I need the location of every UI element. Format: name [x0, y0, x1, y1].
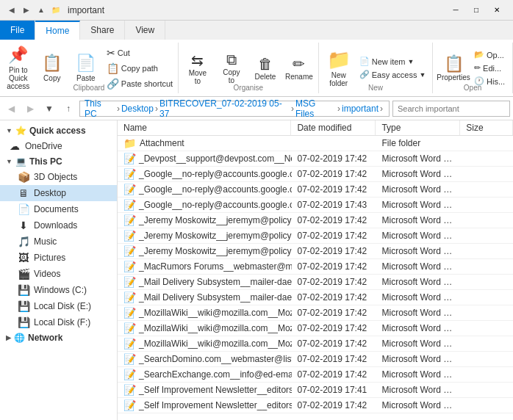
- local-f-icon: 💾: [18, 316, 29, 328]
- file-size: [460, 265, 513, 268]
- sidebar-item-music[interactable]: 🎵 Music: [0, 233, 117, 250]
- table-row[interactable]: 📝 _MozillaWiki__wiki@mozilla.com__Mozil.…: [118, 305, 513, 321]
- paste-button[interactable]: 📄 Paste: [70, 48, 102, 88]
- col-header-size[interactable]: Size: [460, 120, 513, 135]
- file-icon: 📁: [123, 137, 136, 149]
- edit-button[interactable]: ✏ Edi...: [471, 62, 508, 74]
- sidebar-item-documents[interactable]: 📄 Documents: [0, 201, 117, 217]
- new-folder-icon: 📁: [327, 48, 351, 71]
- properties-icon: 📋: [444, 54, 464, 73]
- cut-button[interactable]: ✂ Cut: [104, 46, 176, 60]
- back-icon[interactable]: ◀: [6, 4, 18, 16]
- table-row[interactable]: 📝 _Self Improvement Newsletter__editors.…: [118, 398, 513, 413]
- search-input[interactable]: [392, 101, 510, 117]
- sidebar-section-quick-access[interactable]: ▼ ⭐ Quick access: [0, 123, 117, 138]
- sidebar-item-desktop[interactable]: 🖥 Desktop: [0, 185, 117, 201]
- sidebar-item-local-e[interactable]: 💾 Local Disk (E:): [0, 298, 117, 314]
- file-type: Microsoft Word 9...: [376, 167, 460, 181]
- table-row[interactable]: 📝 _Google__no-reply@accounts.google.co..…: [118, 182, 513, 198]
- up-dir-button[interactable]: ↑: [60, 101, 76, 117]
- crumb-2[interactable]: BITRECOVER_07-02-2019 05-37: [159, 98, 290, 119]
- file-icon: 📝: [123, 292, 135, 303]
- sidebar-item-onedrive[interactable]: ☁ OneDrive: [0, 138, 117, 154]
- table-row[interactable]: 📝 _Jeremy Moskowitz__jeremym@policyp... …: [118, 244, 513, 259]
- table-row[interactable]: 📁 Attachment File folder: [118, 136, 513, 151]
- copy-to-button[interactable]: ⧉ Copy to: [215, 48, 248, 88]
- sidebar-item-pictures[interactable]: 🖼 Pictures: [0, 250, 117, 266]
- sidebar-section-network[interactable]: ▶ 🌐 Network: [0, 330, 117, 345]
- delete-button[interactable]: 🗑 Delete: [249, 48, 281, 88]
- easy-access-button[interactable]: 🔗 Easy access ▼: [356, 68, 429, 81]
- file-icon: 📝: [123, 338, 135, 350]
- file-type: Microsoft Word 9...: [376, 275, 460, 289]
- sidebar-item-windows-c[interactable]: 💾 Windows (C:): [0, 282, 117, 298]
- crumb-3[interactable]: MSG Files: [295, 98, 336, 119]
- crumb-4[interactable]: important: [342, 104, 379, 114]
- quick-access-icon[interactable]: 📁: [50, 4, 62, 16]
- file-name: 📝 _Self Improvement Newsletter__editors.…: [118, 398, 292, 413]
- crumb-1[interactable]: Desktop: [121, 104, 154, 114]
- forward-icon[interactable]: ▶: [21, 4, 32, 16]
- col-header-type[interactable]: Type: [376, 120, 460, 135]
- documents-icon: 📄: [18, 203, 29, 215]
- table-row[interactable]: 📝 _SearchExchange.com__info@ed-email.t..…: [118, 367, 513, 383]
- tab-view[interactable]: View: [125, 21, 165, 40]
- table-row[interactable]: 📝 _Mail Delivery Subsystem__mailer-daem.…: [118, 290, 513, 305]
- file-date: 07-02-2019 17:42: [292, 214, 376, 227]
- file-icon: 📝: [123, 369, 135, 380]
- open-button[interactable]: 📂 Op...: [471, 48, 508, 61]
- properties-button[interactable]: 📋 Properties: [437, 48, 470, 88]
- tab-home[interactable]: Home: [35, 21, 80, 40]
- new-item-icon: 📄: [359, 57, 370, 66]
- table-row[interactable]: 📝 _MacRumors Forums__webmaster@mac... 07…: [118, 259, 513, 275]
- sidebar-item-local-f[interactable]: 💾 Local Disk (F:): [0, 314, 117, 330]
- maximize-button[interactable]: □: [466, 2, 487, 18]
- minimize-button[interactable]: ─: [445, 2, 466, 18]
- file-type: Microsoft Word 9...: [376, 245, 460, 258]
- tab-share[interactable]: Share: [80, 21, 125, 40]
- sidebar-item-3d-objects[interactable]: 📦 3D Objects: [0, 169, 117, 185]
- table-row[interactable]: 📝 _MozillaWiki__wiki@mozilla.com__Mozil.…: [118, 321, 513, 336]
- sidebar-item-label: OneDrive: [25, 141, 62, 151]
- close-button[interactable]: ✕: [487, 2, 507, 18]
- sidebar-item-label: Documents: [34, 204, 79, 214]
- forward-button[interactable]: ▶: [22, 101, 38, 117]
- onedrive-icon: ☁: [9, 140, 21, 152]
- table-row[interactable]: 📝 _Self Improvement Newsletter__editors.…: [118, 383, 513, 398]
- up-icon[interactable]: ▲: [35, 4, 47, 16]
- crumb-0[interactable]: This PC: [85, 98, 115, 119]
- table-row[interactable]: 📝 _Google__no-reply@accounts.google.co..…: [118, 198, 513, 213]
- paste-shortcut-button[interactable]: 🔗 Paste shortcut: [104, 76, 176, 91]
- table-row[interactable]: 📝 _Google__no-reply@accounts.google.co..…: [118, 167, 513, 182]
- sidebar-item-videos[interactable]: 🎬 Videos: [0, 266, 117, 282]
- recent-button[interactable]: ▼: [41, 101, 57, 117]
- col-header-date[interactable]: Date modified: [291, 120, 376, 135]
- back-button[interactable]: ◀: [3, 101, 19, 117]
- sidebar-item-downloads[interactable]: ⬇ Downloads: [0, 217, 117, 233]
- table-row[interactable]: 📝 _Devpost__support@devpost.com__New... …: [118, 151, 513, 167]
- table-row[interactable]: 📝 _MozillaWiki__wiki@mozilla.com__Mozil.…: [118, 336, 513, 352]
- pin-button[interactable]: 📌 Pin to Quick access: [2, 44, 35, 92]
- new-label: New: [368, 84, 383, 92]
- new-folder-button[interactable]: 📁 New folder: [323, 47, 355, 89]
- col-header-name[interactable]: Name: [118, 120, 291, 135]
- file-name: 📝 _SearchDomino.com__webmaster@lists....: [118, 352, 292, 366]
- table-row[interactable]: 📝 _Jeremy Moskowitz__jeremym@policyp... …: [118, 228, 513, 244]
- sidebar: ▼ ⭐ Quick access ☁ OneDrive ▼ 💻 This PC …: [0, 120, 118, 420]
- copy-path-button[interactable]: 📋 Copy path: [104, 61, 176, 76]
- edit-icon: ✏: [474, 63, 481, 73]
- table-row[interactable]: 📝 _SearchDomino.com__webmaster@lists....…: [118, 352, 513, 367]
- file-icon: 📝: [123, 261, 135, 272]
- file-type: Microsoft Word 9...: [376, 399, 460, 412]
- tab-file[interactable]: File: [0, 21, 35, 40]
- copy-button[interactable]: 📋 Copy: [36, 48, 68, 88]
- table-row[interactable]: 📝 _Jeremy Moskowitz__jeremym@policyp... …: [118, 213, 513, 228]
- rename-button[interactable]: ✏ Rename: [283, 48, 315, 88]
- sidebar-section-this-pc[interactable]: ▼ 💻 This PC: [0, 154, 117, 169]
- move-to-button[interactable]: ⇆ Move to: [182, 48, 214, 88]
- table-row[interactable]: 📝 _Mail Delivery Subsystem__mailer-daem.…: [118, 275, 513, 290]
- address-bar[interactable]: This PC › Desktop › BITRECOVER_07-02-201…: [79, 101, 390, 117]
- file-name: 📝 _Jeremy Moskowitz__jeremym@policyp...: [118, 228, 292, 243]
- new-item-button[interactable]: 📄 New item ▼: [356, 55, 429, 68]
- windows-c-icon: 💾: [18, 284, 29, 296]
